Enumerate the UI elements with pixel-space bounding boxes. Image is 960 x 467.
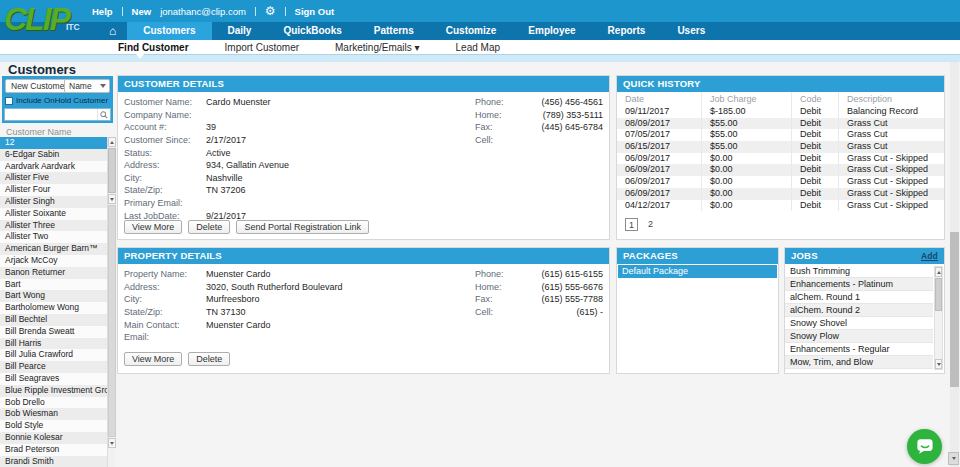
- history-code: Debit: [792, 153, 839, 165]
- action-button[interactable]: Send Portal Registration Link: [236, 220, 369, 234]
- page-button[interactable]: 2: [644, 218, 657, 231]
- tab[interactable]: Patterns: [358, 22, 430, 40]
- scrollbar-thumb[interactable]: [108, 205, 116, 437]
- history-code: Debit: [792, 118, 839, 130]
- tab[interactable]: Reports: [592, 22, 662, 40]
- jobs-scrollbar[interactable]: [934, 266, 943, 370]
- new-link[interactable]: New: [132, 6, 152, 17]
- customer-row[interactable]: Allister Four: [0, 184, 107, 196]
- customer-row[interactable]: Bartholomew Wong: [0, 302, 107, 314]
- add-job-link[interactable]: Add: [921, 248, 938, 264]
- history-description: Grass Cut - Skipped: [839, 200, 944, 212]
- customer-row[interactable]: Allister Two: [0, 231, 107, 243]
- customer-row[interactable]: Allister Five: [0, 172, 107, 184]
- home-icon: ⌂: [109, 24, 116, 38]
- customer-row[interactable]: American Burger Barn™: [0, 243, 107, 255]
- history-charge: $0.00: [702, 164, 792, 176]
- job-item[interactable]: alChem. Round 2: [785, 304, 933, 317]
- logo-text: CLIP: [4, 1, 69, 37]
- page-scrollbar[interactable]: [950, 62, 959, 467]
- action-button[interactable]: View More: [124, 220, 182, 234]
- include-onhold-checkbox[interactable]: [5, 97, 13, 105]
- scroll-down-button[interactable]: [108, 194, 116, 204]
- customer-row[interactable]: Arjack McCoy: [0, 255, 107, 267]
- scrollbar-thumb[interactable]: [108, 148, 116, 193]
- tab[interactable]: Daily: [212, 22, 268, 40]
- package-item[interactable]: Default Package: [618, 265, 777, 278]
- tab[interactable]: Customize: [430, 22, 513, 40]
- arrow-down-icon: [110, 198, 114, 201]
- tab[interactable]: Users: [661, 22, 721, 40]
- customer-row[interactable]: Bart: [0, 279, 107, 291]
- tab[interactable]: Customers: [127, 22, 211, 40]
- arrow-down-icon: [937, 363, 941, 366]
- page-button[interactable]: 1: [625, 218, 638, 231]
- customer-row[interactable]: Allister Singh: [0, 196, 107, 208]
- scroll-up-button[interactable]: [108, 137, 116, 147]
- job-item[interactable]: Snowy Shovel: [785, 317, 933, 330]
- scrollbar-thumb[interactable]: [950, 232, 959, 387]
- field-row: State/Zip:TN 37130: [124, 306, 343, 319]
- customer-row[interactable]: Bill Brenda Sweatt: [0, 326, 107, 338]
- scroll-down-button[interactable]: [108, 438, 116, 448]
- customer-row[interactable]: 12: [0, 137, 107, 149]
- customer-row[interactable]: Blue Ripple Investment Group: [0, 385, 107, 397]
- history-date: 06/09/2017: [617, 164, 702, 176]
- help-link[interactable]: Help: [92, 6, 113, 17]
- customer-list-scrollbar[interactable]: [107, 137, 115, 467]
- subnav-item[interactable]: Import Customer: [225, 42, 299, 53]
- customer-row[interactable]: Allister Three: [0, 220, 107, 232]
- subnav-item[interactable]: Find Customer: [118, 42, 189, 53]
- job-item[interactable]: Enhancements - Regular: [785, 343, 933, 356]
- account-email[interactable]: jonathanc@clip.com: [160, 6, 246, 17]
- job-item[interactable]: Bush Trimming: [785, 265, 933, 278]
- chat-button[interactable]: [907, 429, 942, 464]
- job-item[interactable]: Enhancements - Platinum: [785, 278, 933, 291]
- customer-search-input[interactable]: [5, 109, 97, 120]
- customer-row[interactable]: Brandi Smith: [0, 456, 107, 467]
- customer-row[interactable]: Bill Harris: [0, 338, 107, 350]
- subnav-item[interactable]: Lead Map: [456, 42, 500, 53]
- page-scroll-down-button[interactable]: [948, 452, 959, 465]
- customer-row[interactable]: Aardvark Aardvark: [0, 161, 107, 173]
- customer-row[interactable]: Bold Style: [0, 420, 107, 432]
- customer-row[interactable]: Brad Peterson: [0, 444, 107, 456]
- tab[interactable]: QuickBooks: [267, 22, 357, 40]
- job-item[interactable]: Snowy Plow: [785, 330, 933, 343]
- tab-list: CustomersDailyQuickBooksPatternsCustomiz…: [127, 22, 721, 40]
- action-button[interactable]: Delete: [188, 352, 230, 366]
- customer-row[interactable]: Bonnie Kolesar: [0, 432, 107, 444]
- job-item[interactable]: alChem. Round 1: [785, 291, 933, 304]
- search-icon[interactable]: [97, 109, 110, 120]
- gear-icon[interactable]: ⚙: [265, 5, 276, 17]
- sort-select[interactable]: Name: [64, 79, 110, 93]
- customer-row[interactable]: 6-Edgar Sabin: [0, 149, 107, 161]
- customer-row[interactable]: Bart Wong: [0, 290, 107, 302]
- scroll-down-button[interactable]: [935, 359, 942, 369]
- scroll-up-button[interactable]: [935, 267, 942, 277]
- customer-row[interactable]: Banon Returner: [0, 267, 107, 279]
- sign-out-link[interactable]: Sign Out: [295, 6, 335, 17]
- action-button[interactable]: Delete: [188, 220, 230, 234]
- subnav-item[interactable]: Marketing/Emails ▾: [335, 42, 420, 53]
- home-tab[interactable]: ⌂: [98, 22, 127, 40]
- customer-row[interactable]: Bob Wiesman: [0, 408, 107, 420]
- phone-row: Phone:(456) 456-4561: [475, 96, 603, 109]
- quick-history-header: QUICK HISTORY: [617, 76, 944, 92]
- field-value: TN 37206: [206, 185, 246, 195]
- panel-title: PACKAGES: [623, 248, 678, 264]
- customer-row[interactable]: Bill Seagraves: [0, 373, 107, 385]
- field-row: Company Name:: [124, 109, 289, 122]
- customer-row[interactable]: Bill Pearce: [0, 361, 107, 373]
- action-button[interactable]: View More: [124, 352, 182, 366]
- scrollbar-thumb[interactable]: [935, 278, 942, 311]
- history-rows: 09/11/2017 $-185.00 Debit Balancing Reco…: [617, 106, 944, 211]
- customer-row[interactable]: Bill Bechtel: [0, 314, 107, 326]
- customer-row[interactable]: Allister Soixante: [0, 208, 107, 220]
- job-item[interactable]: Mow, Trim, and Blow: [785, 356, 933, 369]
- customer-row[interactable]: Bill Julia Crawford: [0, 349, 107, 361]
- customer-row[interactable]: Bob Drello: [0, 397, 107, 409]
- new-customer-button[interactable]: New Customer: [5, 79, 73, 93]
- logo-subtext: ITC: [66, 22, 80, 32]
- tab[interactable]: Employee: [512, 22, 591, 40]
